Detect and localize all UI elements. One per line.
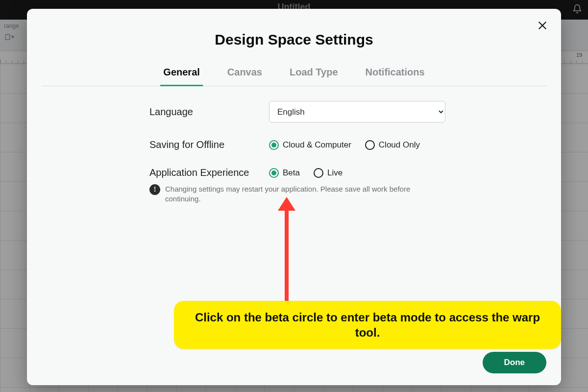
radio-label: Cloud & Computer	[283, 140, 351, 150]
annotation-callout: Click on the beta circle to enter beta m…	[174, 301, 561, 349]
radio-icon	[269, 168, 279, 178]
settings-form: Language English Saving for Offline Clou…	[27, 86, 561, 204]
settings-modal: Design Space Settings General Canvas Loa…	[27, 9, 561, 385]
saving-label: Saving for Offline	[149, 139, 262, 150]
done-button[interactable]: Done	[483, 352, 547, 373]
saving-option-cloud-and-computer[interactable]: Cloud & Computer	[269, 140, 351, 150]
experience-label: Application Experience	[149, 167, 262, 178]
modal-title: Design Space Settings	[27, 31, 561, 48]
annotation-arrow-icon	[272, 197, 301, 305]
warning-text: Changing settings may restart your appli…	[165, 184, 424, 204]
tab-general[interactable]: General	[160, 67, 202, 86]
tab-notifications[interactable]: Notifications	[363, 67, 428, 86]
warning-icon: !	[149, 184, 160, 195]
radio-label: Beta	[283, 168, 300, 178]
experience-option-live[interactable]: Live	[314, 168, 343, 178]
radio-icon	[314, 168, 323, 178]
close-button[interactable]	[535, 18, 550, 33]
modal-overlay: Design Space Settings General Canvas Loa…	[0, 0, 588, 392]
radio-icon	[365, 140, 375, 150]
tab-canvas[interactable]: Canvas	[224, 67, 265, 86]
settings-tabs: General Canvas Load Type Notifications	[42, 67, 546, 86]
language-select[interactable]: English	[269, 101, 445, 122]
radio-icon	[269, 140, 279, 150]
language-label: Language	[149, 106, 262, 118]
warning-message: ! Changing settings may restart your app…	[149, 184, 424, 204]
tab-load-type[interactable]: Load Type	[287, 67, 341, 86]
experience-option-beta[interactable]: Beta	[269, 168, 300, 178]
annotation-text: Click on the beta circle to enter beta m…	[195, 311, 540, 339]
radio-label: Cloud Only	[379, 140, 420, 150]
radio-label: Live	[327, 168, 343, 178]
saving-option-cloud-only[interactable]: Cloud Only	[365, 140, 420, 150]
